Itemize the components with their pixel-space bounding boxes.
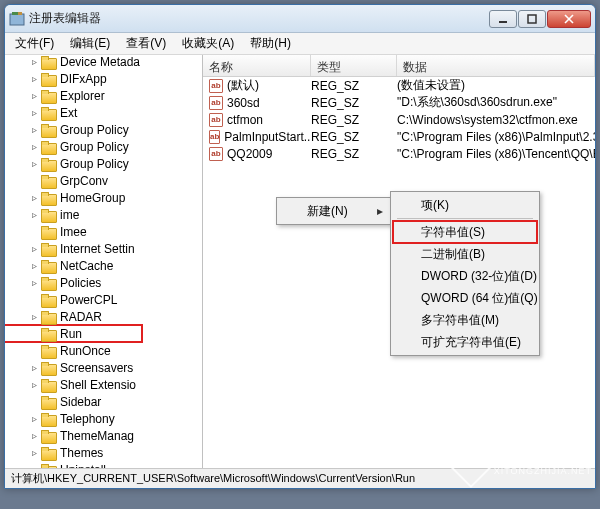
tree-item[interactable]: ▹NetCache: [5, 257, 142, 274]
value-name: PalmInputStart...: [224, 130, 311, 144]
menu-favorites[interactable]: 收藏夹(A): [174, 32, 242, 55]
tree-item[interactable]: ▹ThemeManag: [5, 427, 142, 444]
value-row[interactable]: ab360sdREG_SZ"D:\系统\360sd\360sdrun.exe": [203, 94, 595, 111]
value-name: (默认): [227, 77, 259, 94]
tree-item[interactable]: GrpConv: [5, 172, 142, 189]
context-menu-new[interactable]: 新建(N): [276, 197, 392, 225]
tree-item-label: ime: [58, 208, 81, 222]
svg-rect-4: [528, 15, 536, 23]
minimize-button[interactable]: [489, 10, 517, 28]
tree-item[interactable]: Run: [5, 325, 142, 342]
tree-item[interactable]: ▹Telephony: [5, 410, 142, 427]
folder-icon: [41, 379, 55, 391]
tree-item[interactable]: RunOnce: [5, 342, 142, 359]
expander-icon[interactable]: ▹: [27, 158, 41, 169]
context-sub-item[interactable]: 字符串值(S): [393, 221, 537, 243]
context-sub-label: QWORD (64 位)值(Q): [421, 290, 538, 307]
tree-item-label: Shell Extensio: [58, 378, 138, 392]
tree-item-label: Uninstall: [58, 463, 108, 469]
tree-item-label: Sidebar: [58, 395, 103, 409]
expander-icon[interactable]: ▹: [27, 447, 41, 458]
tree-item-label: Group Policy: [58, 123, 131, 137]
tree-item[interactable]: ▹HomeGroup: [5, 189, 142, 206]
tree-pane[interactable]: ▹Device Metada▹DIFxApp▹Explorer▹Ext▹Grou…: [5, 55, 203, 468]
tree-item[interactable]: ▹Uninstall: [5, 461, 142, 468]
tree-item-label: Internet Settin: [58, 242, 137, 256]
value-name: 360sd: [227, 96, 260, 110]
tree-item[interactable]: PowerCPL: [5, 291, 142, 308]
expander-icon[interactable]: ▹: [27, 107, 41, 118]
context-sub-item[interactable]: 多字符串值(M): [393, 309, 537, 331]
expander-icon[interactable]: ▹: [27, 56, 41, 67]
menu-file[interactable]: 文件(F): [7, 32, 62, 55]
tree-item[interactable]: ▹Device Metada: [5, 55, 142, 70]
context-sub-item[interactable]: 项(K): [393, 194, 537, 216]
folder-icon: [41, 90, 55, 102]
value-row[interactable]: abPalmInputStart...REG_SZ"C:\Program Fil…: [203, 128, 595, 145]
context-sub-item[interactable]: 可扩充字符串值(E): [393, 331, 537, 353]
folder-icon: [41, 107, 55, 119]
tree-item[interactable]: ▹Explorer: [5, 87, 142, 104]
value-data: "C:\Program Files (x86)\Tencent\QQ\Bi: [397, 147, 595, 161]
value-type: REG_SZ: [311, 79, 397, 93]
value-name: QQ2009: [227, 147, 272, 161]
value-row[interactable]: abctfmonREG_SZC:\Windows\system32\ctfmon…: [203, 111, 595, 128]
expander-icon[interactable]: ▹: [27, 260, 41, 271]
maximize-button[interactable]: [518, 10, 546, 28]
expander-icon[interactable]: ▹: [27, 73, 41, 84]
expander-icon[interactable]: ▹: [27, 464, 41, 468]
expander-icon[interactable]: ▹: [27, 311, 41, 322]
expander-icon[interactable]: ▹: [27, 413, 41, 424]
menu-help[interactable]: 帮助(H): [242, 32, 299, 55]
titlebar[interactable]: 注册表编辑器: [5, 5, 595, 33]
tree-item-label: Run: [58, 327, 84, 341]
expander-icon[interactable]: ▹: [27, 430, 41, 441]
string-value-icon: ab: [209, 113, 223, 127]
list-header[interactable]: 名称 类型 数据: [203, 55, 595, 77]
expander-icon[interactable]: ▹: [27, 192, 41, 203]
context-sub-item[interactable]: 二进制值(B): [393, 243, 537, 265]
tree-item[interactable]: Imee: [5, 223, 142, 240]
tree-item[interactable]: ▹DIFxApp: [5, 70, 142, 87]
expander-icon[interactable]: ▹: [27, 209, 41, 220]
tree-item[interactable]: ▹Policies: [5, 274, 142, 291]
context-sub-item[interactable]: DWORD (32-位)值(D): [393, 265, 537, 287]
expander-icon[interactable]: ▹: [27, 362, 41, 373]
tree-item[interactable]: ▹Shell Extensio: [5, 376, 142, 393]
tree-item-label: RADAR: [58, 310, 104, 324]
tree-item[interactable]: ▹RADAR: [5, 308, 142, 325]
col-type[interactable]: 类型: [311, 55, 397, 76]
context-item-new[interactable]: 新建(N): [279, 200, 389, 222]
folder-icon: [41, 141, 55, 153]
expander-icon[interactable]: ▹: [27, 277, 41, 288]
expander-icon[interactable]: ▹: [27, 379, 41, 390]
close-button[interactable]: [547, 10, 591, 28]
tree-item[interactable]: ▹Themes: [5, 444, 142, 461]
menu-edit[interactable]: 编辑(E): [62, 32, 118, 55]
expander-icon[interactable]: ▹: [27, 243, 41, 254]
tree-item[interactable]: ▹Group Policy: [5, 121, 142, 138]
tree-item[interactable]: ▹Screensavers: [5, 359, 142, 376]
col-data[interactable]: 数据: [397, 55, 595, 76]
folder-icon: [41, 294, 55, 306]
tree-item[interactable]: ▹ime: [5, 206, 142, 223]
expander-icon[interactable]: ▹: [27, 141, 41, 152]
value-row[interactable]: abQQ2009REG_SZ"C:\Program Files (x86)\Te…: [203, 145, 595, 162]
context-sub-item[interactable]: QWORD (64 位)值(Q): [393, 287, 537, 309]
tree-item-label: Telephony: [58, 412, 117, 426]
tree-item[interactable]: Sidebar: [5, 393, 142, 410]
value-row[interactable]: ab(默认)REG_SZ(数值未设置): [203, 77, 595, 94]
col-name[interactable]: 名称: [203, 55, 311, 76]
context-sub-label: 多字符串值(M): [421, 312, 499, 329]
value-data: "D:\系统\360sd\360sdrun.exe": [397, 94, 595, 111]
tree-item[interactable]: ▹Internet Settin: [5, 240, 142, 257]
folder-icon: [41, 311, 55, 323]
context-sub-label: 项(K): [421, 197, 449, 214]
expander-icon[interactable]: ▹: [27, 90, 41, 101]
menu-view[interactable]: 查看(V): [118, 32, 174, 55]
expander-icon[interactable]: ▹: [27, 124, 41, 135]
context-submenu[interactable]: 项(K)字符串值(S)二进制值(B)DWORD (32-位)值(D)QWORD …: [390, 191, 540, 356]
tree-item[interactable]: ▹Group Policy: [5, 138, 142, 155]
tree-item[interactable]: ▹Ext: [5, 104, 142, 121]
tree-item[interactable]: ▹Group Policy: [5, 155, 142, 172]
